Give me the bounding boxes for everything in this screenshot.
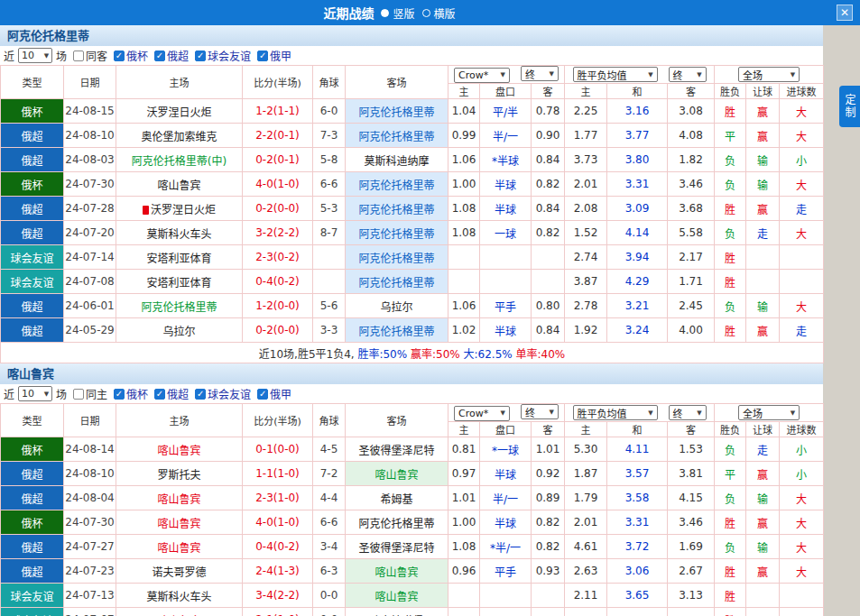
odds-time-select-2[interactable]: 终▼ (669, 67, 707, 82)
away-team[interactable]: 圣彼得堡泽尼特 (358, 542, 434, 555)
bookmaker-select[interactable]: Crow*▼ (454, 406, 510, 421)
away-team[interactable]: 莫斯科迪纳摩 (364, 155, 429, 168)
euro-draw-odds: 3.65 (607, 584, 668, 608)
checkbox-checked-icon[interactable]: ✓ (154, 51, 165, 61)
dropdown-arrow-icon: ▼ (44, 52, 49, 60)
league-filter-checkbox[interactable]: ✓俄超 (154, 48, 189, 63)
result-handicap: 输 (746, 535, 780, 559)
close-button[interactable]: ✕ (837, 5, 853, 21)
checkbox-checked-icon[interactable]: ✓ (154, 389, 165, 400)
match-count-select[interactable]: 10▼ (18, 48, 52, 63)
home-team[interactable]: 阿克伦托格里蒂 (141, 301, 217, 314)
league-filter-checkbox[interactable]: ✓球会友谊 (195, 386, 251, 401)
checkbox-checked-icon[interactable]: ✓ (195, 51, 206, 61)
result-goals (780, 608, 824, 616)
radio-icon[interactable] (381, 9, 389, 17)
away-team[interactable]: 喀山鲁宾 (375, 469, 418, 482)
match-row: 俄超24-07-27喀山鲁宾0-4(0-2)3-4圣彼得堡泽尼特1.08*半/一… (1, 535, 824, 559)
home-team[interactable]: 罗斯托夫 (157, 469, 200, 482)
home-team[interactable]: 阿克伦托格里蒂(中) (132, 155, 227, 168)
away-team[interactable]: 阿克伦托格里蒂 (358, 518, 434, 530)
checkbox-icon[interactable] (73, 51, 84, 61)
home-team[interactable]: 喀山鲁宾 (157, 518, 200, 530)
asian-handicap: *半/一 (480, 535, 532, 559)
scope-select[interactable]: 全场▼ (738, 405, 800, 420)
away-team[interactable]: 阿克伦托格里蒂 (358, 204, 434, 216)
away-team[interactable]: 阿克伦托格里蒂 (358, 228, 434, 241)
bookmaker-select[interactable]: Crow*▼ (454, 68, 510, 83)
asian-away-odds: 0.90 (532, 124, 565, 148)
home-team[interactable]: 乌拉尔 (162, 326, 195, 338)
euro-draw-odds: 3.77 (607, 124, 668, 148)
odds-time-select[interactable]: 终▼ (521, 66, 559, 81)
result-goals: 大 (780, 99, 824, 124)
home-team[interactable]: 喀山鲁宾 (157, 542, 200, 555)
odds-time-select-2[interactable]: 终▼ (669, 405, 707, 420)
result-wdl: 胜 (715, 197, 746, 221)
league-filter-checkbox[interactable]: ✓俄甲 (257, 386, 291, 401)
euro-away-odds: 4.00 (668, 318, 715, 343)
avg-type-select[interactable]: 胜平负均值▼ (573, 67, 658, 82)
away-team[interactable]: 乌拉尔 (380, 301, 412, 314)
league-badge: 俄超 (1, 148, 64, 172)
league-filter-checkbox[interactable]: ✓俄杯 (114, 386, 148, 401)
avg-type-select[interactable]: 胜平负均值▼ (573, 405, 658, 420)
scope-select[interactable]: 全场▼ (738, 67, 800, 82)
home-team[interactable]: 诺夫哥罗德 (152, 566, 206, 579)
away-team[interactable]: 喀山鲁宾 (375, 566, 418, 579)
score-cell: 0-1(0-0) (243, 437, 313, 462)
away-team[interactable]: 阿克伦托格里蒂 (358, 253, 434, 265)
match-count-select[interactable]: 10▼ (18, 386, 52, 401)
date-cell: 24-07-28 (64, 197, 116, 221)
odds-time-select[interactable]: 终▼ (521, 404, 559, 419)
corners-cell: 5-8 (313, 148, 346, 172)
layout-horizontal-radio[interactable]: 横版 (422, 5, 456, 21)
venue-filter-checkbox[interactable]: 同主 (73, 386, 107, 401)
away-team-cell: 乌拉尔 (346, 294, 448, 318)
home-team[interactable]: 安塔利亚体育 (146, 277, 211, 290)
away-team[interactable]: 喀山鲁宾 (375, 591, 418, 603)
home-team[interactable]: 莫斯科火车头 (146, 591, 211, 603)
column-header: 角球 (313, 404, 346, 437)
layout-vertical-radio[interactable]: 竖版 (381, 5, 414, 21)
customize-tab-button[interactable]: 定制 (839, 86, 860, 127)
home-team[interactable]: 沃罗涅日火炬 (146, 106, 211, 119)
home-team[interactable]: 沃罗涅日火炬 (151, 204, 216, 216)
home-team[interactable]: 安塔利亚体育 (146, 253, 211, 265)
league-filter-checkbox[interactable]: ✓俄甲 (257, 48, 291, 63)
league-filter-checkbox[interactable]: ✓俄杯 (114, 48, 148, 63)
away-team[interactable]: 阿克伦托格里蒂 (358, 277, 434, 290)
home-team[interactable]: 喀山鲁宾 (157, 445, 200, 457)
radio-icon[interactable] (422, 9, 430, 17)
away-team[interactable]: 圣彼得堡泽尼特 (358, 445, 434, 457)
venue-filter-checkbox[interactable]: 同客 (73, 48, 107, 63)
euro-home-odds: 1.79 (565, 486, 607, 510)
checkbox-checked-icon[interactable]: ✓ (114, 51, 125, 61)
date-cell: 24-08-04 (64, 486, 116, 510)
away-team[interactable]: 阿克伦托格里蒂 (358, 106, 434, 119)
dropdown-arrow-icon: ▼ (550, 409, 554, 416)
euro-away-odds: 3.68 (668, 197, 715, 221)
result-handicap: 赢 (746, 99, 780, 124)
home-team[interactable]: 喀山鲁宾 (157, 179, 200, 192)
away-team[interactable]: 希姆基 (380, 493, 412, 506)
euro-draw-odds: 4.11 (607, 437, 668, 462)
home-team[interactable]: 莫斯科火车头 (146, 228, 211, 241)
league-filter-checkbox[interactable]: ✓球会友谊 (195, 48, 251, 63)
checkbox-checked-icon[interactable]: ✓ (195, 389, 206, 400)
away-team[interactable]: 阿克伦托格里蒂 (358, 326, 434, 338)
date-cell: 24-07-30 (64, 172, 116, 197)
league-filter-checkbox[interactable]: ✓俄超 (154, 386, 189, 401)
select-value: 终 (673, 68, 683, 82)
score-cell: 1-2(0-0) (243, 294, 313, 318)
away-team[interactable]: 阿克伦托格里蒂 (358, 131, 434, 143)
home-team-cell: 安塔利亚体育 (116, 245, 243, 270)
home-team[interactable]: 奥伦堡加索维克 (141, 131, 217, 143)
checkbox-checked-icon[interactable]: ✓ (257, 51, 268, 61)
checkbox-icon[interactable] (73, 389, 84, 400)
away-team[interactable]: 阿克伦托格里蒂 (358, 179, 434, 192)
checkbox-checked-icon[interactable]: ✓ (257, 389, 268, 400)
home-team[interactable]: 喀山鲁宾 (157, 493, 200, 506)
result-wdl: 胜 (715, 245, 746, 270)
checkbox-checked-icon[interactable]: ✓ (114, 389, 125, 400)
